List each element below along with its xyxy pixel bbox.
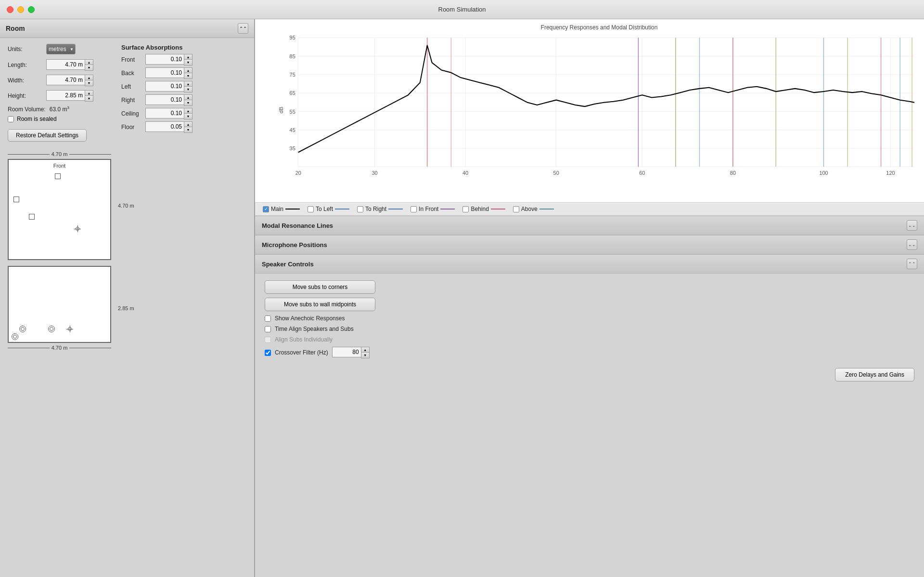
svg-text:95: 95 (290, 35, 295, 40)
top-plan-height-dim: 4.70 m (118, 203, 134, 209)
modal-resonance-section-header[interactable]: Modal Resonance Lines ⌄⌄ (255, 216, 924, 235)
legend-behind-checkbox[interactable] (462, 206, 469, 212)
time-align-checkbox[interactable] (265, 326, 271, 332)
frequency-response-chart: 95 85 75 65 55 45 35 dB 20 30 40 50 60 8… (279, 33, 919, 177)
length-up-button[interactable]: ▲ (85, 60, 93, 65)
speaker-controls-toggle[interactable]: ⌃⌃ (907, 259, 917, 269)
legend-to-left: To Left (308, 206, 349, 212)
move-subs-midpoints-button[interactable]: Move subs to wall midpoints (265, 298, 375, 311)
front-surface-label: Front (121, 56, 145, 63)
speaker-controls-content: Move subs to corners Move subs to wall m… (255, 274, 924, 388)
modal-resonance-toggle[interactable]: ⌄⌄ (907, 220, 917, 231)
legend-behind: Behind (462, 206, 505, 212)
time-align-label: Time Align Speakers and Subs (275, 326, 354, 332)
right-up-button[interactable]: ▲ (184, 95, 192, 100)
units-select-wrapper[interactable]: metres (46, 44, 76, 54)
ceiling-down-button[interactable]: ▼ (184, 114, 192, 119)
show-anechoic-label: Show Anechoic Responses (275, 315, 345, 322)
legend-to-left-checkbox[interactable] (308, 206, 314, 212)
left-absorption-input[interactable] (145, 81, 184, 92)
front-down-button[interactable]: ▼ (184, 60, 192, 65)
speaker-icon-top-center (55, 173, 61, 179)
legend-main: Main (263, 206, 300, 212)
right-down-button[interactable]: ▼ (184, 100, 192, 105)
align-subs-checkbox[interactable] (265, 337, 271, 343)
right-spinners: ▲ ▼ (184, 94, 192, 106)
minimize-button[interactable] (17, 6, 24, 13)
speaker-controls-section-header[interactable]: Speaker Controls ⌃⌃ (255, 254, 924, 274)
back-absorption-group: ▲ ▼ (145, 67, 192, 79)
legend-behind-label: Behind (471, 206, 488, 212)
front-absorption-input[interactable] (145, 54, 184, 65)
maximize-button[interactable] (28, 6, 35, 13)
left-spinners: ▲ ▼ (184, 81, 192, 92)
width-up-button[interactable]: ▲ (85, 75, 93, 80)
svg-text:85: 85 (290, 53, 295, 59)
sub-icon-left (19, 326, 26, 332)
height-up-button[interactable]: ▲ (85, 91, 93, 96)
side-floor-plan (8, 266, 111, 343)
listening-position-icon (74, 225, 81, 232)
front-up-button[interactable]: ▲ (184, 54, 192, 60)
floor-absorption-group: ▲ ▼ (145, 121, 192, 133)
ceiling-absorption-group: ▲ ▼ (145, 108, 192, 119)
ceiling-spinners: ▲ ▼ (184, 108, 192, 119)
zero-delays-button[interactable]: Zero Delays and Gains (835, 368, 914, 381)
room-sealed-checkbox[interactable] (8, 116, 14, 122)
microphone-toggle[interactable]: ⌄⌄ (907, 239, 917, 250)
crossover-input[interactable] (332, 347, 361, 357)
svg-text:55: 55 (290, 108, 295, 114)
left-up-button[interactable]: ▲ (184, 81, 192, 87)
side-floor-plan-container: 4.70 m 2.85 m (8, 266, 246, 351)
legend-to-right-checkbox[interactable] (357, 206, 363, 212)
surface-absorptions-title: Surface Absorptions (121, 44, 246, 51)
legend-above-checkbox[interactable] (513, 206, 519, 212)
crossover-up-button[interactable]: ▲ (361, 347, 369, 353)
room-collapse-button[interactable]: ⌃⌃ (238, 23, 248, 34)
back-up-button[interactable]: ▲ (184, 68, 192, 73)
room-panel-header: Room ⌃⌃ (0, 19, 254, 38)
sub-icon-center (48, 326, 55, 332)
restore-defaults-button[interactable]: Restore Default Settings (8, 129, 87, 142)
legend-main-label: Main (271, 206, 283, 212)
top-floor-plan: Front (8, 159, 111, 260)
crossover-checkbox[interactable] (265, 350, 271, 356)
title-bar: Room Simulation (0, 0, 924, 19)
length-label: Length: (8, 62, 46, 68)
width-down-button[interactable]: ▼ (85, 80, 93, 86)
close-button[interactable] (7, 6, 13, 13)
width-input[interactable] (46, 75, 85, 85)
legend-in-front-line (440, 209, 455, 210)
legend-main-line (285, 209, 300, 210)
svg-text:50: 50 (553, 170, 559, 176)
left-down-button[interactable]: ▼ (184, 87, 192, 92)
legend-above-line (539, 209, 554, 210)
modal-resonance-title: Modal Resonance Lines (262, 222, 333, 229)
crossover-down-button[interactable]: ▼ (361, 353, 369, 358)
show-anechoic-checkbox[interactable] (265, 315, 271, 322)
length-down-button[interactable]: ▼ (85, 65, 93, 70)
ceiling-up-button[interactable]: ▲ (184, 108, 192, 114)
ceiling-absorption-input[interactable] (145, 108, 184, 118)
length-input[interactable] (46, 59, 85, 70)
back-down-button[interactable]: ▼ (184, 73, 192, 79)
height-input[interactable] (46, 90, 85, 101)
legend-in-front-checkbox[interactable] (411, 206, 417, 212)
move-subs-corners-button[interactable]: Move subs to corners (265, 280, 375, 294)
crossover-input-group: ▲ ▼ (332, 347, 370, 358)
legend-to-left-label: To Left (316, 206, 333, 212)
back-spinners: ▲ ▼ (184, 67, 192, 79)
floor-down-button[interactable]: ▼ (184, 127, 192, 132)
legend-main-checkbox[interactable] (263, 206, 269, 212)
right-absorption-input[interactable] (145, 94, 184, 105)
width-spinners: ▲ ▼ (85, 75, 93, 86)
window-title: Room Simulation (438, 6, 486, 13)
height-down-button[interactable]: ▼ (85, 96, 93, 101)
floor-absorption-input[interactable] (145, 121, 184, 132)
floor-up-button[interactable]: ▲ (184, 122, 192, 127)
align-subs-label: Align Subs Individually (275, 336, 333, 343)
microphone-section-header[interactable]: Microphone Positions ⌄⌄ (255, 235, 924, 254)
right-absorption-group: ▲ ▼ (145, 94, 192, 106)
units-select[interactable]: metres (46, 44, 76, 54)
back-absorption-input[interactable] (145, 67, 184, 78)
